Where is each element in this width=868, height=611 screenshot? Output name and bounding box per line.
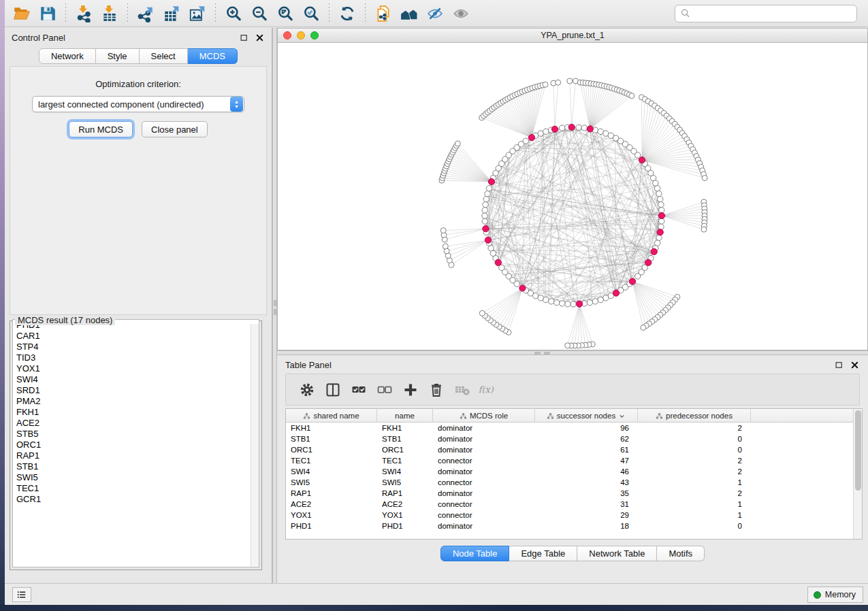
- export-network-button[interactable]: [133, 2, 159, 25]
- window-close-light[interactable]: [283, 31, 291, 39]
- table-row[interactable]: ACE2ACE2connector311: [286, 499, 853, 510]
- deselect-all-button[interactable]: [373, 378, 396, 402]
- mcds-result-item[interactable]: SWI5: [13, 472, 259, 483]
- import-table-button[interactable]: [97, 2, 123, 25]
- table-row[interactable]: SWI4SWI4dominator462: [286, 466, 853, 477]
- table-row[interactable]: PHD1PHD1dominator180: [286, 521, 853, 531]
- table-tab-network-table[interactable]: Network Table: [577, 546, 657, 561]
- column-header-predecessor-nodes[interactable]: predecessor nodes: [638, 409, 751, 423]
- export-table-button[interactable]: [159, 2, 184, 25]
- mcds-result-item[interactable]: TID3: [13, 352, 259, 363]
- network-graph: [278, 43, 867, 350]
- table-cell: RAP1: [377, 488, 433, 499]
- search-input[interactable]: [694, 8, 852, 18]
- tab-mcds[interactable]: MCDS: [188, 48, 238, 64]
- column-header-name[interactable]: name: [377, 409, 433, 423]
- table-row[interactable]: STB1STB1dominator620: [286, 433, 853, 444]
- tab-select[interactable]: Select: [140, 48, 188, 64]
- table-cell: dominator: [433, 433, 535, 444]
- table-row[interactable]: RAP1RAP1dominator352: [286, 488, 853, 499]
- network-canvas[interactable]: [277, 43, 868, 350]
- mcds-result-item[interactable]: ORC1: [13, 440, 259, 450]
- function-button: f(x): [477, 378, 500, 402]
- gear-button[interactable]: [295, 378, 319, 402]
- vertical-splitter[interactable]: [272, 28, 277, 583]
- open-folder-button[interactable]: [9, 2, 35, 25]
- main-toolbar-buttons: [9, 2, 474, 25]
- main-toolbar: [5, 0, 868, 27]
- mcds-result-item[interactable]: STB1: [13, 461, 259, 472]
- table-row[interactable]: ORC1ORC1dominator610: [286, 444, 853, 455]
- select-all-button[interactable]: [347, 378, 370, 402]
- memory-status-icon: [814, 591, 821, 599]
- network-window-titlebar[interactable]: YPA_prune.txt_1: [277, 28, 868, 43]
- mcds-result-item[interactable]: GCR1: [13, 494, 259, 505]
- mcds-result-item[interactable]: TEC1: [13, 483, 259, 494]
- column-header-shared-name[interactable]: shared name: [286, 409, 377, 423]
- memory-button[interactable]: Memory: [807, 587, 863, 603]
- mcds-result-item[interactable]: FKH1: [13, 407, 259, 418]
- first-neighbors-button[interactable]: [396, 2, 422, 25]
- mcds-result-item[interactable]: PMA2: [13, 396, 259, 407]
- mcds-result-item[interactable]: SRD1: [13, 385, 259, 396]
- mcds-result-item[interactable]: STB5: [13, 429, 259, 440]
- table-cell: 96: [535, 423, 638, 433]
- hide-selected-button[interactable]: [422, 2, 448, 25]
- save-icon: [39, 5, 57, 22]
- tab-style[interactable]: Style: [96, 48, 140, 64]
- window-zoom-light[interactable]: [310, 31, 319, 39]
- float-table-panel-icon[interactable]: [834, 360, 844, 370]
- zoom-selected-button[interactable]: [298, 2, 324, 25]
- table-scrollbar[interactable]: [853, 409, 862, 539]
- table-tab-motifs[interactable]: Motifs: [657, 546, 705, 561]
- refresh-button[interactable]: [334, 2, 360, 25]
- plus-button[interactable]: [399, 378, 422, 402]
- node-table-body[interactable]: FKH1FKH1dominator962STB1STB1dominator620…: [286, 423, 853, 539]
- show-all-button[interactable]: [448, 2, 474, 25]
- zoom-out-button[interactable]: [246, 2, 272, 25]
- import-network-button[interactable]: [71, 2, 97, 25]
- mcds-result-item[interactable]: ACE2: [13, 418, 259, 429]
- column-header-successor-nodes[interactable]: successor nodes: [535, 409, 638, 423]
- close-table-panel-icon[interactable]: [850, 360, 860, 370]
- trash-button[interactable]: [425, 378, 448, 402]
- import-table-icon: [101, 5, 118, 22]
- window-minimize-light[interactable]: [297, 31, 305, 39]
- mcds-result-scrollbar[interactable]: [251, 324, 259, 567]
- table-cell: 35: [535, 488, 638, 499]
- close-panel-icon[interactable]: [255, 33, 265, 43]
- column-header-MCDS-role[interactable]: MCDS role: [433, 409, 535, 423]
- table-row[interactable]: YOX1YOX1connector291: [286, 510, 853, 521]
- tab-network[interactable]: Network: [39, 48, 96, 64]
- horizontal-splitter[interactable]: [277, 350, 868, 355]
- mcds-result-item[interactable]: RAP1: [13, 450, 259, 461]
- mcds-result-list[interactable]: PHD1CAR1STP4TID3YOX1SWI4SRD1PMA2FKH1ACE2…: [12, 319, 259, 567]
- table-tab-node-table[interactable]: Node Table: [440, 546, 510, 561]
- table-cell: connector: [433, 499, 535, 510]
- mcds-result-item[interactable]: SWI4: [13, 374, 259, 385]
- search-box[interactable]: [675, 5, 857, 22]
- table-tab-edge-table[interactable]: Edge Table: [509, 546, 577, 561]
- zoom-in-button[interactable]: [221, 2, 246, 25]
- float-panel-icon[interactable]: [239, 33, 249, 43]
- optimization-criterion-select[interactable]: largest connected component (undirected)…: [32, 96, 244, 112]
- zoom-in-icon: [225, 5, 242, 22]
- columns-button[interactable]: [321, 378, 344, 402]
- zoom-fit-button[interactable]: [272, 2, 298, 25]
- mcds-result-item[interactable]: STP4: [13, 342, 259, 352]
- table-row[interactable]: SWI5SWI5connector431: [286, 477, 853, 488]
- duplicate-network-button[interactable]: [370, 2, 396, 25]
- plus-icon: [402, 382, 419, 398]
- export-image-button[interactable]: [184, 2, 210, 25]
- run-mcds-button[interactable]: Run MCDS: [69, 121, 133, 137]
- save-button[interactable]: [35, 2, 61, 25]
- mcds-result-item[interactable]: CAR1: [13, 331, 259, 342]
- close-panel-button[interactable]: Close panel: [142, 121, 208, 137]
- zoom-selected-icon: [302, 5, 320, 22]
- status-bar: Memory: [5, 583, 868, 605]
- task-history-button[interactable]: [12, 587, 31, 602]
- column-type-icon: [656, 412, 663, 420]
- table-row[interactable]: TEC1TEC1connector472: [286, 455, 853, 466]
- mcds-result-item[interactable]: YOX1: [13, 363, 259, 374]
- table-row[interactable]: FKH1FKH1dominator962: [286, 423, 853, 433]
